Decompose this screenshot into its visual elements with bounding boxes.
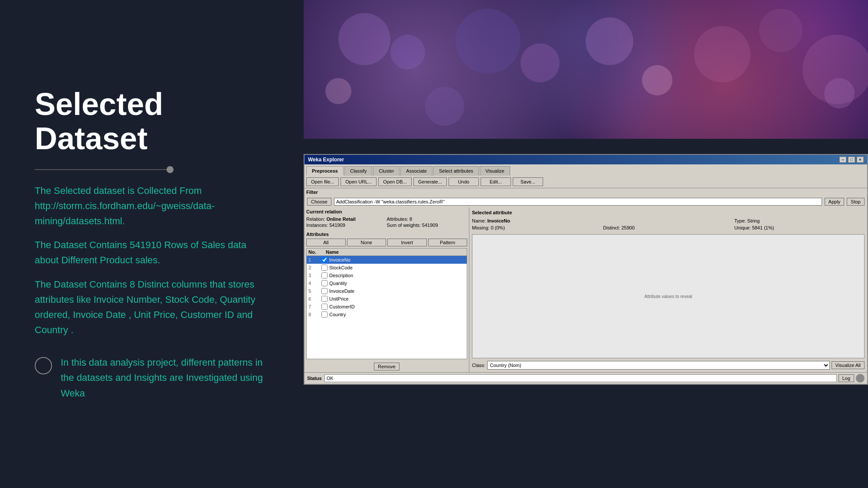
open-file-button[interactable]: Open file... bbox=[306, 177, 339, 186]
filter-apply-button[interactable]: Apply bbox=[825, 198, 845, 206]
attr-row-1[interactable]: 1 InvoiceNo bbox=[307, 256, 467, 264]
status-label: Status bbox=[307, 376, 322, 381]
class-label: Class: bbox=[472, 363, 485, 368]
invert-button[interactable]: Invert bbox=[387, 239, 427, 246]
attr-num-2: 2 bbox=[308, 265, 321, 270]
tab-preprocess[interactable]: Preprocess bbox=[306, 166, 344, 176]
attr-num-7: 7 bbox=[308, 304, 321, 309]
attr-name-4: Quantity bbox=[329, 281, 347, 286]
vis-placeholder: Attribute values to reveal bbox=[644, 294, 692, 299]
divider-dot bbox=[167, 166, 174, 173]
filter-label: Filter bbox=[305, 188, 867, 196]
relation-label: Relation: Online Retail bbox=[306, 216, 387, 222]
filter-row: Choose Apply Stop bbox=[305, 196, 867, 207]
attr-num-3: 3 bbox=[308, 273, 321, 278]
paragraph-2: The Dataset Contains 541910 Rows of Sale… bbox=[35, 237, 269, 268]
attr-row-4[interactable]: 4 Quantity bbox=[307, 279, 467, 287]
attr-checkbox-8[interactable] bbox=[321, 311, 328, 318]
attr-checkbox-6[interactable] bbox=[321, 296, 328, 302]
attr-distinct-label: Distinct: 25900 bbox=[603, 225, 733, 231]
left-panel: Selected Dataset The Selected dataset is… bbox=[0, 0, 304, 488]
bokeh-background bbox=[304, 0, 868, 139]
weka-titlebar: Weka Explorer – □ × bbox=[305, 155, 867, 164]
generate-button[interactable]: Generate... bbox=[413, 177, 447, 186]
attribute-list[interactable]: No. Name 1 InvoiceNo 2 StockCode 3 Descr… bbox=[306, 248, 467, 359]
attr-name-3: Description bbox=[329, 273, 353, 278]
open-db-button[interactable]: Open DB... bbox=[378, 177, 411, 186]
bokeh-circle bbox=[325, 78, 351, 104]
attr-num-4: 4 bbox=[308, 281, 321, 286]
weka-toolbar: Open file... Open URL... Open DB... Gene… bbox=[305, 176, 867, 188]
edit-button[interactable]: Edit... bbox=[481, 177, 511, 186]
attr-checkbox-2[interactable] bbox=[321, 265, 328, 271]
close-button[interactable]: × bbox=[857, 157, 864, 163]
attr-type-label bbox=[603, 218, 733, 224]
attr-checkbox-3[interactable] bbox=[321, 272, 328, 278]
weka-window: Weka Explorer – □ × Preprocess Classify … bbox=[304, 154, 868, 385]
tab-classify[interactable]: Classify bbox=[344, 166, 373, 176]
attr-row-3[interactable]: 3 Description bbox=[307, 272, 467, 279]
attr-name-label: Name: InvoiceNo bbox=[472, 218, 602, 224]
attr-num-5: 5 bbox=[308, 288, 321, 294]
attr-name-1: InvoiceNo bbox=[329, 257, 350, 262]
selected-attribute-label: Selected attribute bbox=[472, 210, 865, 215]
attr-row-7[interactable]: 7 CustomerID bbox=[307, 303, 467, 311]
tab-cluster[interactable]: Cluster bbox=[373, 166, 400, 176]
attr-row-8[interactable]: 8 Country bbox=[307, 311, 467, 318]
attr-unique-label: Unique: 5841 (1%) bbox=[734, 225, 865, 231]
attr-num-8: 8 bbox=[308, 312, 321, 317]
attr-row-2[interactable]: 2 StockCode bbox=[307, 264, 467, 272]
attr-num-6: 6 bbox=[308, 296, 321, 301]
attributes-section-label: Attributes bbox=[306, 232, 467, 237]
attr-details: Name: InvoiceNo Type: String Missing: 0 … bbox=[472, 218, 865, 231]
visualize-all-button[interactable]: Visualize All bbox=[832, 361, 865, 369]
weka-title: Weka Explorer bbox=[308, 157, 344, 163]
attr-row-6[interactable]: 6 UnitPrice bbox=[307, 295, 467, 303]
titlebar-controls[interactable]: – □ × bbox=[839, 157, 864, 163]
filter-stop-button[interactable]: Stop bbox=[847, 198, 865, 206]
open-url-button[interactable]: Open URL... bbox=[341, 177, 377, 186]
sum-weights-label: Sum of weights: 541909 bbox=[387, 222, 468, 228]
tab-visualize[interactable]: Visualize bbox=[480, 166, 510, 176]
attr-checkbox-4[interactable] bbox=[321, 280, 328, 286]
bokeh-circle bbox=[694, 26, 750, 82]
minimize-button[interactable]: – bbox=[839, 157, 846, 163]
weka-tabs: Preprocess Classify Cluster Associate Se… bbox=[305, 164, 867, 176]
tab-select-attributes[interactable]: Select attributes bbox=[433, 166, 479, 176]
attr-checkbox-5[interactable] bbox=[321, 288, 328, 294]
attr-type-value: Type: String bbox=[734, 218, 865, 224]
attr-checkbox-1[interactable] bbox=[321, 257, 328, 263]
attr-buttons: All None Invert Pattern bbox=[306, 239, 467, 246]
pattern-button[interactable]: Pattern bbox=[428, 239, 468, 246]
status-bar: Status OK Log bbox=[305, 372, 867, 384]
paragraph-3: The Dataset Contains 8 Distinct columns … bbox=[35, 277, 269, 338]
weka-left-panel: Current relation Relation: Online Retail… bbox=[305, 207, 469, 372]
bokeh-circle bbox=[338, 13, 390, 65]
bullet-circle bbox=[35, 357, 52, 374]
bokeh-circle bbox=[586, 17, 633, 65]
attributes-label: Attributes: 8 bbox=[387, 216, 468, 222]
attr-name-8: Country bbox=[329, 312, 346, 317]
class-select[interactable]: Country (Nom) bbox=[487, 361, 830, 370]
current-relation-label: Current relation bbox=[306, 209, 467, 214]
filter-choose-button[interactable]: Choose bbox=[307, 198, 331, 206]
all-button[interactable]: All bbox=[306, 239, 346, 246]
divider bbox=[35, 169, 174, 170]
bokeh-circle bbox=[455, 9, 521, 74]
class-row: Class: Country (Nom) Visualize All bbox=[472, 361, 865, 370]
attr-list-header: No. Name bbox=[307, 249, 467, 256]
save-button[interactable]: Save... bbox=[513, 177, 543, 186]
attr-name-2: StockCode bbox=[329, 265, 353, 270]
status-ok-text: OK bbox=[327, 376, 334, 381]
undo-button[interactable]: Undo bbox=[449, 177, 479, 186]
log-button[interactable]: Log bbox=[839, 374, 854, 382]
filter-input[interactable] bbox=[334, 198, 822, 206]
weka-main: Current relation Relation: Online Retail… bbox=[305, 207, 867, 372]
bokeh-circle bbox=[521, 43, 560, 82]
remove-button[interactable]: Remove bbox=[374, 363, 400, 370]
tab-associate[interactable]: Associate bbox=[400, 166, 432, 176]
none-button[interactable]: None bbox=[347, 239, 387, 246]
attr-checkbox-7[interactable] bbox=[321, 304, 328, 310]
maximize-button[interactable]: □ bbox=[848, 157, 855, 163]
attr-row-5[interactable]: 5 InvoiceDate bbox=[307, 287, 467, 295]
